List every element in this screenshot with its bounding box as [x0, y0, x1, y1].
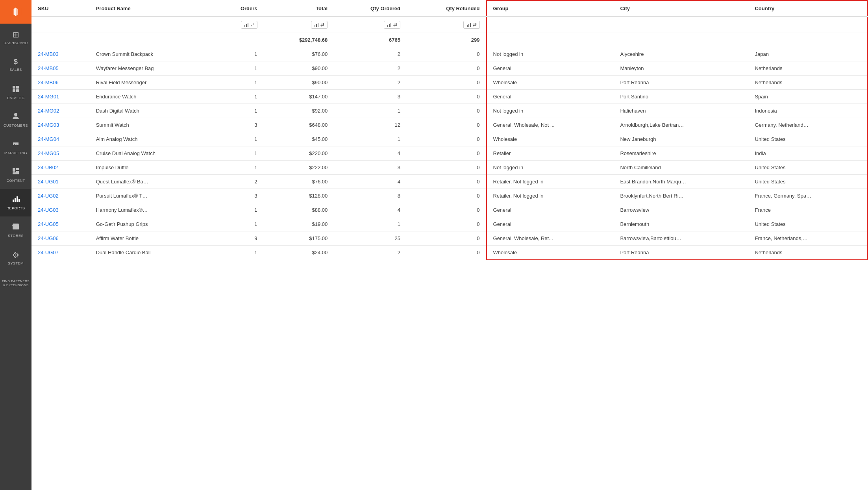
- total-qty-refunded: 299: [407, 33, 487, 47]
- cell-total: $175.00: [264, 231, 334, 246]
- svg-rect-30: [470, 23, 471, 27]
- cell-group: Not logged in: [487, 161, 614, 175]
- cell-qty_ordered: 2: [334, 246, 407, 260]
- svg-point-7: [14, 113, 17, 116]
- cell-sku: 24-MB03: [31, 47, 90, 61]
- sidebar-item-label: FIND PARTNERS & EXTENSIONS: [2, 279, 30, 287]
- total-sku: [31, 33, 90, 47]
- customers-icon: [11, 112, 20, 122]
- sidebar-item-stores[interactable]: STORES: [0, 216, 31, 244]
- swap-icon: [393, 23, 397, 27]
- cell-group: General: [487, 217, 614, 231]
- cell-country: United States: [748, 161, 868, 175]
- filter-qty-refunded: [407, 17, 487, 33]
- sidebar-item-catalog[interactable]: CATALOG: [0, 79, 31, 106]
- col-country: Country: [748, 0, 868, 17]
- cell-orders: 1: [213, 203, 264, 217]
- cell-total: $88.00: [264, 203, 334, 217]
- cell-total: $220.00: [264, 146, 334, 161]
- cell-city: Barrowsview: [614, 203, 748, 217]
- reports-icon: [12, 195, 20, 205]
- sidebar-item-customers[interactable]: CUSTOMERS: [0, 106, 31, 134]
- qty-refunded-filter-btn[interactable]: [463, 21, 480, 29]
- cell-qty_ordered: 8: [334, 189, 407, 203]
- sidebar-item-find-partners[interactable]: FIND PARTNERS & EXTENSIONS: [0, 272, 31, 295]
- cell-total: $45.00: [264, 132, 334, 146]
- cell-country: Germany, Netherland…: [748, 118, 868, 132]
- cell-total: $222.00: [264, 161, 334, 175]
- sidebar-item-system[interactable]: ⚙ SYSTEM: [0, 244, 31, 272]
- cell-qty_ordered: 2: [334, 47, 407, 61]
- filter-orders: [213, 17, 264, 33]
- cell-qty_ordered: 3: [334, 161, 407, 175]
- total-qty-ordered: 6765: [334, 33, 407, 47]
- swap-icon: [250, 23, 254, 27]
- cell-country: United States: [748, 175, 868, 189]
- total-group: [487, 33, 614, 47]
- cell-orders: 1: [213, 76, 264, 90]
- sidebar-item-label: SYSTEM: [8, 261, 24, 266]
- cell-sku: 24-MG01: [31, 90, 90, 104]
- cell-qty_refunded: 0: [407, 132, 487, 146]
- filter-city: [614, 17, 748, 33]
- cell-qty_refunded: 0: [407, 118, 487, 132]
- qty-ordered-filter-btn[interactable]: [384, 21, 400, 29]
- cell-group: Retailer, Not logged in: [487, 175, 614, 189]
- cell-city: Brooklynfurt,North Bert,Ri…: [614, 189, 748, 203]
- cell-group: General: [487, 61, 614, 76]
- table-row: 24-UG01Quest Lumaflex® Ba…2$76.0040Retai…: [31, 175, 868, 189]
- svg-rect-14: [15, 198, 16, 202]
- sidebar-item-label: MARKETING: [4, 151, 27, 155]
- table-filter-row: [31, 17, 868, 33]
- table-header-row: SKU Product Name Orders Total Qty Ordere…: [31, 0, 868, 17]
- cell-country: Netherlands: [748, 76, 868, 90]
- cell-qty_ordered: 25: [334, 231, 407, 246]
- cell-country: Netherlands: [748, 61, 868, 76]
- cell-product_name: Go-Get'r Pushup Grips: [90, 217, 213, 231]
- sidebar-item-content[interactable]: CONTENT: [0, 161, 31, 189]
- cell-total: $24.00: [264, 246, 334, 260]
- cell-product_name: Endurance Watch: [90, 90, 213, 104]
- table-row: 24-MB03Crown Summit Backpack1$76.0020Not…: [31, 47, 868, 61]
- sidebar-item-sales[interactable]: $ SALES: [0, 51, 31, 79]
- orders-filter-btn[interactable]: [241, 21, 257, 29]
- cell-group: General: [487, 90, 614, 104]
- stores-icon: [12, 222, 20, 232]
- cell-total: $90.00: [264, 61, 334, 76]
- cell-qty_refunded: 0: [407, 146, 487, 161]
- cell-country: Japan: [748, 47, 868, 61]
- svg-rect-22: [315, 25, 315, 27]
- sidebar-item-label: CATALOG: [7, 96, 24, 100]
- sidebar-item-reports[interactable]: REPORTS: [0, 189, 31, 216]
- cell-orders: 9: [213, 231, 264, 246]
- cell-group: General: [487, 203, 614, 217]
- cell-sku: 24-MB06: [31, 76, 90, 90]
- filter-sku: [31, 17, 90, 33]
- cell-city: Haliehaven: [614, 104, 748, 118]
- cell-qty_ordered: 1: [334, 132, 407, 146]
- total-filter-btn[interactable]: [311, 21, 328, 29]
- svg-rect-29: [468, 24, 469, 27]
- col-sku: SKU: [31, 0, 90, 17]
- cell-city: Arnoldburgh,Lake Bertran…: [614, 118, 748, 132]
- cell-orders: 3: [213, 118, 264, 132]
- svg-rect-21: [248, 23, 248, 27]
- svg-rect-12: [16, 171, 19, 173]
- col-orders: Orders: [213, 0, 264, 17]
- cell-group: Retailer, Not logged in: [487, 189, 614, 203]
- cell-orders: 1: [213, 90, 264, 104]
- cell-qty_refunded: 0: [407, 246, 487, 260]
- chart-icon: [387, 22, 392, 27]
- svg-rect-16: [19, 199, 20, 202]
- cell-orders: 1: [213, 146, 264, 161]
- cell-sku: 24-UG06: [31, 231, 90, 246]
- cell-country: Netherlands: [748, 246, 868, 260]
- sidebar-item-dashboard[interactable]: ⊞ DASHBOARD: [0, 24, 31, 51]
- table-row: 24-MG04Aim Analog Watch1$45.0010Wholesal…: [31, 132, 868, 146]
- table-row: 24-UB02Impulse Duffle1$222.0030Not logge…: [31, 161, 868, 175]
- dashboard-icon: ⊞: [13, 30, 19, 39]
- cell-sku: 24-MG02: [31, 104, 90, 118]
- sidebar-item-marketing[interactable]: MARKETING: [0, 134, 31, 161]
- cell-sku: 24-UG01: [31, 175, 90, 189]
- total-country: [748, 33, 868, 47]
